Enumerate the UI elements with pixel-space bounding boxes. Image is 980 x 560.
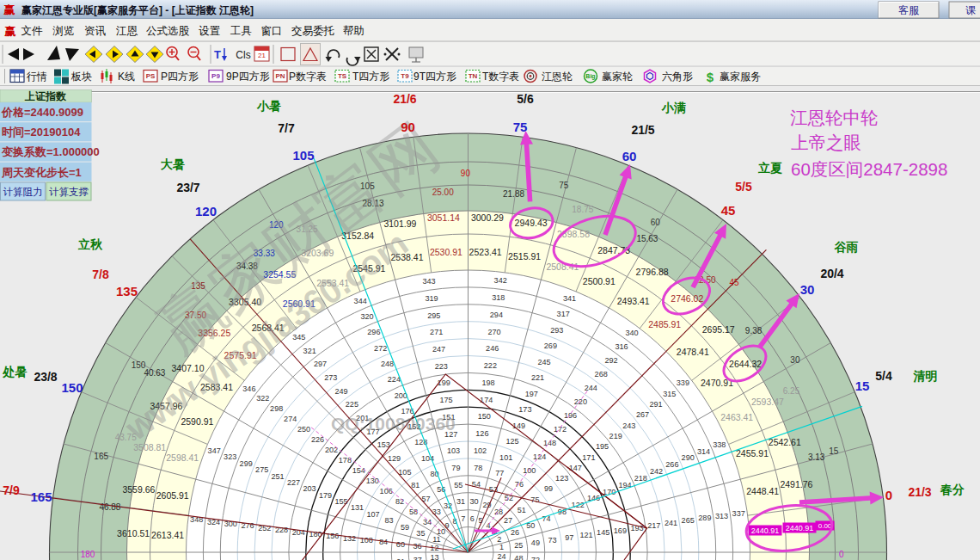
- svg-text:243: 243: [622, 422, 635, 430]
- svg-text:90: 90: [401, 120, 415, 134]
- svg-text:121: 121: [579, 531, 592, 539]
- svg-text:5/5: 5/5: [735, 180, 752, 194]
- svg-text:321: 321: [303, 347, 316, 355]
- svg-text:27: 27: [504, 516, 512, 525]
- svg-text:6.25: 6.25: [783, 386, 800, 396]
- svg-text:上帝之眼: 上帝之眼: [791, 132, 861, 152]
- svg-text:PS: PS: [146, 72, 156, 80]
- svg-text:2515.91: 2515.91: [508, 251, 541, 262]
- svg-text:265: 265: [682, 516, 695, 525]
- svg-text:124: 124: [533, 452, 546, 461]
- svg-text:周天变化步长=1: 周天变化步长=1: [1, 166, 82, 179]
- svg-text:13: 13: [430, 553, 438, 560]
- svg-text:设置: 设置: [199, 25, 221, 37]
- svg-text:2605.91: 2605.91: [156, 490, 189, 501]
- svg-text:15: 15: [855, 378, 870, 393]
- svg-text:清明: 清明: [913, 369, 937, 383]
- svg-text:49: 49: [531, 538, 540, 547]
- svg-text:计算支撑: 计算支撑: [49, 187, 89, 197]
- svg-text:106: 106: [380, 487, 393, 495]
- svg-text:217: 217: [647, 521, 660, 530]
- svg-text:5/6: 5/6: [517, 92, 534, 106]
- svg-text:343: 343: [423, 277, 436, 286]
- svg-text:45: 45: [721, 203, 736, 218]
- svg-text:340: 340: [625, 329, 638, 337]
- svg-text:81: 81: [411, 481, 420, 489]
- svg-text:156: 156: [326, 532, 339, 540]
- svg-text:客服: 客服: [898, 4, 920, 16]
- svg-text:198: 198: [481, 378, 494, 387]
- svg-text:赢: 赢: [4, 25, 16, 38]
- svg-text:165: 165: [94, 452, 108, 461]
- svg-text:246: 246: [486, 344, 499, 353]
- svg-text:154: 154: [352, 466, 365, 475]
- svg-text:204: 204: [292, 528, 305, 537]
- svg-text:P9: P9: [211, 72, 220, 80]
- svg-text:9T四方形: 9T四方形: [413, 71, 456, 83]
- svg-text:316: 316: [616, 342, 628, 351]
- svg-text:24: 24: [498, 552, 506, 560]
- svg-text:K线: K线: [118, 71, 135, 83]
- svg-text:7/9: 7/9: [3, 483, 20, 497]
- svg-text:315: 315: [663, 390, 676, 398]
- svg-text:QQ:100800360: QQ:100800360: [331, 414, 456, 434]
- svg-text:浏览: 浏览: [52, 25, 75, 37]
- svg-text:337: 337: [732, 509, 745, 518]
- svg-text:249: 249: [335, 387, 348, 396]
- svg-text:172: 172: [554, 425, 567, 434]
- svg-text:128: 128: [414, 438, 427, 446]
- svg-text:195: 195: [596, 442, 609, 451]
- svg-text:318: 318: [492, 293, 505, 302]
- svg-text:11: 11: [432, 535, 440, 544]
- svg-text:150: 150: [132, 360, 146, 370]
- svg-text:78: 78: [474, 464, 482, 472]
- svg-text:101: 101: [499, 453, 512, 462]
- svg-text:20/4: 20/4: [820, 267, 843, 280]
- svg-text:3610.51: 3610.51: [117, 528, 150, 538]
- svg-text:小满: 小满: [661, 101, 686, 114]
- svg-text:赢家轮: 赢家轮: [602, 71, 633, 83]
- svg-text:247: 247: [432, 345, 445, 354]
- svg-text:资讯: 资讯: [84, 25, 107, 37]
- svg-text:2542.61: 2542.61: [769, 437, 801, 447]
- svg-text:18.75: 18.75: [572, 205, 593, 214]
- svg-text:25: 25: [514, 541, 523, 550]
- svg-text:21: 21: [258, 52, 266, 59]
- svg-text:132: 132: [343, 534, 356, 543]
- svg-text:60: 60: [622, 149, 637, 163]
- svg-text:PN: PN: [275, 72, 285, 80]
- svg-text:83: 83: [384, 516, 393, 525]
- svg-text:125: 125: [506, 437, 519, 446]
- svg-text:T数字表: T数字表: [482, 71, 519, 83]
- svg-text:立夏: 立夏: [757, 161, 782, 175]
- svg-text:194: 194: [618, 481, 631, 489]
- svg-text:149: 149: [512, 422, 525, 430]
- svg-text:100: 100: [523, 466, 536, 475]
- svg-text:2: 2: [497, 535, 501, 544]
- svg-text:5/4: 5/4: [875, 369, 892, 383]
- svg-text:123: 123: [555, 474, 568, 483]
- svg-text:169: 169: [614, 526, 627, 535]
- svg-text:97: 97: [565, 533, 573, 542]
- svg-text:120: 120: [195, 204, 217, 218]
- svg-text:6: 6: [470, 514, 475, 523]
- svg-text:时间=20190104: 时间=20190104: [2, 126, 81, 138]
- svg-text:222: 222: [484, 361, 497, 370]
- svg-text:314: 314: [697, 447, 710, 456]
- svg-text:21/6: 21/6: [393, 92, 416, 106]
- svg-text:203: 203: [303, 484, 316, 493]
- svg-text:2463.41: 2463.41: [720, 412, 753, 422]
- svg-text:Cls: Cls: [236, 49, 250, 61]
- svg-text:2796.88: 2796.88: [636, 267, 669, 277]
- svg-text:25.00: 25.00: [432, 188, 454, 197]
- svg-text:271: 271: [430, 328, 443, 336]
- svg-text:2593.47: 2593.47: [751, 397, 784, 407]
- svg-text:计算阻力: 计算阻力: [3, 187, 43, 197]
- svg-text:224: 224: [388, 375, 401, 384]
- svg-text:297: 297: [314, 360, 327, 368]
- svg-text:公式选股: 公式选股: [146, 25, 190, 37]
- svg-text:250: 250: [297, 425, 310, 434]
- svg-text:春分: 春分: [940, 483, 965, 496]
- svg-text:工具: 工具: [230, 25, 252, 37]
- svg-text:269: 269: [544, 342, 557, 350]
